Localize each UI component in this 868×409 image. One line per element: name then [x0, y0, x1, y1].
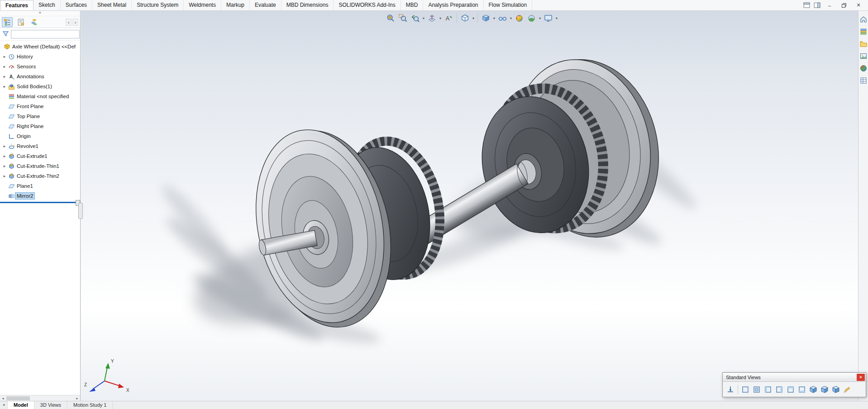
- tree-item-root[interactable]: Axle Wheel (Default) <<Def: [0, 42, 80, 52]
- view-selector-icon[interactable]: [842, 384, 853, 395]
- doc-tab-scroll-left[interactable]: ◂: [0, 401, 8, 409]
- panel-collapse-chevron[interactable]: ^: [0, 11, 80, 16]
- back-view-icon[interactable]: [751, 384, 762, 395]
- filter-input[interactable]: [11, 30, 80, 38]
- material-icon: [7, 93, 15, 100]
- tab-weldments[interactable]: Weldments: [184, 0, 221, 10]
- dropdown-caret[interactable]: ▾: [472, 16, 475, 20]
- history-icon: [7, 53, 15, 60]
- tree-item-plane1[interactable]: Plane1: [0, 181, 80, 191]
- restore-button[interactable]: [838, 1, 850, 10]
- tab-flow-simulation[interactable]: Flow Simulation: [484, 0, 533, 10]
- tab-evaluate[interactable]: Evaluate: [250, 0, 281, 10]
- zoom-to-fit-icon[interactable]: [385, 12, 396, 24]
- expand-arrow[interactable]: ▸: [2, 154, 7, 158]
- tab-structure-system[interactable]: Structure System: [132, 0, 184, 10]
- tree-item-annotations[interactable]: ▸ A Annotations: [0, 71, 80, 81]
- tree-item-right-plane[interactable]: Right Plane: [0, 121, 80, 131]
- panel-tab-scroll-left[interactable]: ‹: [66, 19, 72, 26]
- tab-mbd[interactable]: MBD: [401, 0, 424, 10]
- custom-properties-icon[interactable]: [859, 76, 868, 85]
- dropdown-caret[interactable]: ▾: [439, 16, 442, 20]
- appearances-scenes-icon[interactable]: [859, 64, 868, 72]
- dropdown-caret[interactable]: ▾: [492, 16, 496, 20]
- hide-show-items-icon[interactable]: [497, 12, 508, 24]
- tree-item-front-plane[interactable]: Front Plane: [0, 101, 80, 111]
- tree-item-history[interactable]: ▸ History: [0, 52, 80, 62]
- top-view-icon[interactable]: [785, 384, 796, 395]
- tab-sheet-metal[interactable]: Sheet Metal: [92, 0, 132, 10]
- dropdown-caret[interactable]: ▾: [509, 16, 513, 20]
- zoom-to-area-icon[interactable]: [397, 12, 409, 24]
- dropdown-caret[interactable]: ▾: [555, 16, 558, 20]
- expand-arrow[interactable]: ▸: [2, 164, 7, 168]
- tab-mbd-dimensions[interactable]: MBD Dimensions: [281, 0, 334, 10]
- tree-item-sensors[interactable]: ▸ Sensors: [0, 62, 80, 71]
- apply-scene-icon[interactable]: [526, 12, 537, 24]
- configurationmanager-tab[interactable]: [29, 17, 40, 27]
- graphics-viewport[interactable]: ▾ ▾ A ▾ ▾ ▾ ▾: [81, 11, 858, 401]
- tree-item-cut-extrude1[interactable]: ▸ Cut-Extrude1: [0, 151, 80, 161]
- front-view-icon[interactable]: [740, 384, 751, 395]
- panel-tab-scroll-right[interactable]: ›: [72, 19, 78, 26]
- tab-features[interactable]: Features: [0, 0, 33, 10]
- panel-resize-handle[interactable]: [78, 203, 83, 219]
- propertymanager-tab[interactable]: [15, 17, 26, 27]
- section-view-icon[interactable]: [426, 12, 438, 24]
- file-explorer-icon[interactable]: [859, 40, 868, 48]
- left-view-icon[interactable]: [763, 384, 773, 395]
- edit-appearance-icon[interactable]: [514, 12, 525, 24]
- tree-item-mirror2[interactable]: Mirror2: [0, 191, 80, 201]
- expand-arrow[interactable]: ▸: [2, 74, 7, 79]
- isometric-view-icon[interactable]: [808, 384, 819, 395]
- expand-arrow[interactable]: ▸: [2, 64, 7, 69]
- model-render[interactable]: [81, 11, 858, 401]
- dropdown-caret[interactable]: ▾: [422, 16, 425, 20]
- expand-arrow[interactable]: ▸: [2, 144, 7, 148]
- pane-icon-2[interactable]: [813, 2, 821, 9]
- dimetric-view-icon[interactable]: [830, 384, 841, 395]
- tree-item-solid-bodies[interactable]: ▸ Solid Bodies(1): [0, 81, 80, 91]
- right-view-icon[interactable]: [774, 384, 785, 395]
- expand-arrow[interactable]: ▸: [2, 54, 7, 59]
- scroll-right-arrow[interactable]: ▸: [74, 395, 80, 401]
- dropdown-caret[interactable]: ▾: [538, 16, 542, 20]
- tab-model[interactable]: Model: [8, 401, 34, 409]
- tab-surfaces[interactable]: Surfaces: [61, 0, 92, 10]
- tab-3d-views[interactable]: 3D Views: [34, 401, 67, 409]
- home-icon[interactable]: [859, 15, 868, 24]
- expand-arrow[interactable]: ▸: [2, 174, 7, 178]
- scroll-thumb[interactable]: [6, 396, 30, 400]
- view-orientation-icon[interactable]: [459, 12, 471, 24]
- palette-title-bar[interactable]: Standard Views ✕: [723, 373, 866, 382]
- expand-arrow[interactable]: ▸: [2, 84, 7, 89]
- bottom-view-icon[interactable]: [796, 384, 807, 395]
- design-library-icon[interactable]: [859, 28, 868, 36]
- minimize-button[interactable]: –: [824, 1, 835, 10]
- tree-item-cut-extrude-thin2[interactable]: ▸ Cut-Extrude-Thin2: [0, 171, 80, 181]
- previous-view-icon[interactable]: [410, 12, 421, 24]
- view-palette-icon[interactable]: [859, 52, 868, 60]
- tree-item-cut-extrude-thin1[interactable]: ▸ Cut-Extrude-Thin1: [0, 161, 80, 171]
- tab-analysis-preparation[interactable]: Analysis Preparation: [423, 0, 483, 10]
- tab-motion-study-1[interactable]: Motion Study 1: [67, 401, 113, 409]
- tab-sketch[interactable]: Sketch: [33, 0, 61, 10]
- dynamic-annotation-views-icon[interactable]: A: [443, 12, 454, 24]
- palette-close-button[interactable]: ✕: [857, 374, 865, 381]
- trimetric-view-icon[interactable]: [819, 384, 830, 395]
- close-button[interactable]: ✕: [853, 1, 864, 10]
- normal-to-icon[interactable]: [725, 384, 736, 395]
- tab-markup[interactable]: Markup: [221, 0, 250, 10]
- tab-solidworks-add-ins[interactable]: SOLIDWORKS Add-Ins: [334, 0, 401, 10]
- view-settings-icon[interactable]: [543, 12, 554, 24]
- display-style-icon[interactable]: [480, 12, 491, 24]
- pane-icon-1[interactable]: [803, 2, 811, 9]
- rollback-bar[interactable]: [0, 202, 80, 203]
- tree-item-origin[interactable]: Origin: [0, 131, 80, 141]
- featuremanager-tab[interactable]: [2, 17, 13, 27]
- tree-item-revolve1[interactable]: ▸ Revolve1: [0, 141, 80, 151]
- tree-item-top-plane[interactable]: Top Plane: [0, 111, 80, 121]
- tree-horizontal-scrollbar[interactable]: ◂ ▸: [0, 395, 80, 401]
- scroll-left-arrow[interactable]: ◂: [0, 395, 6, 401]
- tree-item-material[interactable]: Material <not specified: [0, 91, 80, 101]
